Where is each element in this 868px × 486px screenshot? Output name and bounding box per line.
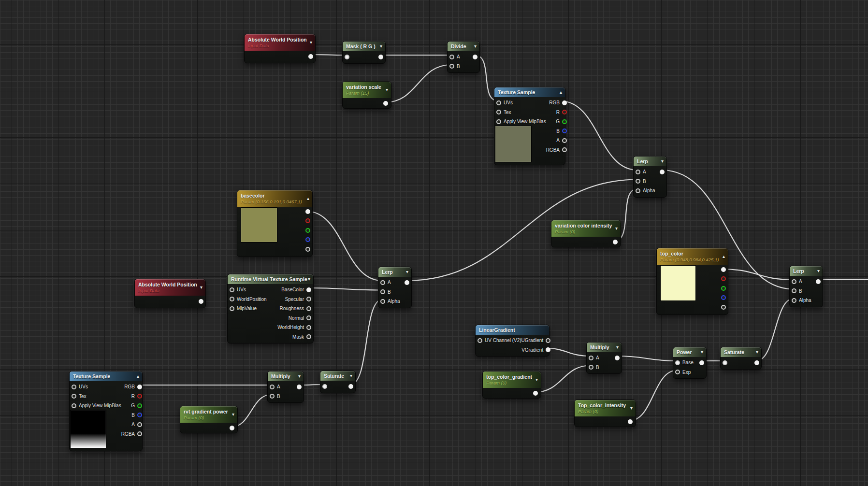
output-pin-B-tex2[interactable]	[137, 413, 142, 417]
node-divide1[interactable]: Divide▾AB	[447, 41, 480, 73]
chevron-down-icon[interactable]: ▾	[756, 350, 758, 355]
output-pin-R-tex1[interactable]	[562, 110, 567, 114]
input-pin-A-mult2[interactable]	[589, 356, 593, 360]
input-pin-B-lerp2[interactable]	[380, 289, 385, 294]
chevron-down-icon[interactable]: ▾	[535, 377, 538, 382]
color-swatch[interactable]	[241, 207, 277, 243]
node-rvt[interactable]: Runtime Virtual Texture Sample▾UVsWorldP…	[227, 274, 314, 343]
chevron-down-icon[interactable]: ▾	[298, 374, 301, 379]
node-header[interactable]: variation color intensityParam (0)▾	[551, 220, 621, 237]
input-pin-A-mult1[interactable]	[270, 385, 275, 389]
node-header[interactable]: Saturate▾	[721, 347, 761, 357]
node-header[interactable]: Runtime Virtual Texture Sample▾	[228, 274, 313, 284]
input-pin-B-lerp1[interactable]	[636, 179, 640, 184]
node-tcg[interactable]: top_color_gradientParam (0)▾	[482, 371, 541, 399]
output-pin-value-sat2[interactable]	[754, 360, 759, 365]
output-pin-value-basecolor[interactable]	[305, 209, 310, 214]
chevron-up-icon[interactable]: ▴	[560, 90, 562, 95]
input-pin-A-lerp1[interactable]	[636, 170, 640, 174]
output-pin-value-mult2[interactable]	[615, 356, 620, 360]
chevron-down-icon[interactable]: ▾	[406, 270, 408, 274]
output-pin-value-basecolor[interactable]	[305, 218, 310, 223]
node-header[interactable]: top_colorParam (0.948,0.984,0.425,1)▴	[657, 248, 728, 265]
chevron-down-icon[interactable]: ▾	[310, 40, 312, 45]
node-header[interactable]: top_color_gradientParam (0)▾	[483, 372, 541, 388]
output-pin-value-lerp3[interactable]	[816, 279, 821, 284]
chevron-down-icon[interactable]: ▾	[200, 285, 203, 290]
output-pin-value-mask1[interactable]	[378, 55, 383, 59]
input-pin-Apply View MipBias-tex2[interactable]	[72, 403, 76, 408]
input-pin-Apply View MipBias-tex1[interactable]	[496, 119, 501, 124]
input-pin-UVs-tex2[interactable]	[72, 385, 76, 389]
node-header[interactable]: variation scaleParam (15)▾	[343, 82, 391, 98]
output-pin-value-lerp1[interactable]	[660, 170, 665, 174]
node-header[interactable]: Top_color_intensityParam (0)▾	[575, 400, 636, 416]
node-header[interactable]: Divide▾	[448, 42, 479, 51]
output-pin-R-tex2[interactable]	[137, 394, 142, 399]
chevron-down-icon[interactable]: ▾	[386, 87, 388, 92]
chevron-up-icon[interactable]: ▴	[723, 254, 725, 259]
node-tex1[interactable]: Texture Sample▴UVsTexApply View MipBiasR…	[494, 87, 565, 165]
output-pin-value-basecolor[interactable]	[305, 228, 310, 233]
chevron-down-icon[interactable]: ▾	[630, 406, 633, 411]
output-pin-A-tex1[interactable]	[562, 138, 567, 143]
node-tci[interactable]: Top_color_intensityParam (0)▾	[574, 400, 636, 427]
node-sat2[interactable]: Saturate▾	[720, 347, 762, 370]
chevron-down-icon[interactable]: ▾	[474, 44, 477, 49]
node-mult1[interactable]: Multiply▾AB	[267, 371, 304, 403]
node-awp1[interactable]: Absolute World PositionInput Data▾	[244, 34, 316, 63]
output-pin-A-tex2[interactable]	[137, 422, 142, 427]
output-pin-value-sat1[interactable]	[348, 384, 353, 389]
node-lerp1[interactable]: Lerp▾ABAlpha	[633, 156, 667, 198]
output-pin-RGBA-tex1[interactable]	[562, 147, 567, 152]
chevron-down-icon[interactable]: ▾	[616, 345, 619, 350]
output-pin-value-basecolor[interactable]	[305, 247, 310, 252]
output-pin-value-topcolor[interactable]	[721, 286, 726, 291]
input-pin-Tex-tex2[interactable]	[72, 394, 76, 399]
input-pin-B-mult2[interactable]	[589, 365, 593, 370]
chevron-down-icon[interactable]: ▾	[308, 277, 310, 282]
node-header[interactable]: Lerp▾	[790, 266, 823, 276]
input-pin-MipValue-rvt[interactable]	[230, 306, 234, 311]
node-topcolor[interactable]: top_colorParam (0.948,0.984,0.425,1)▴	[656, 248, 728, 315]
output-pin-G-tex2[interactable]	[137, 403, 142, 408]
output-pin-value-divide1[interactable]	[473, 55, 477, 59]
input-pin-Alpha-lerp1[interactable]	[636, 188, 640, 193]
input-pin-A-lerp3[interactable]	[792, 279, 796, 284]
output-pin-value-topcolor[interactable]	[721, 295, 726, 300]
output-pin-value-basecolor[interactable]	[305, 237, 310, 242]
input-pin-value-sat1[interactable]	[322, 384, 327, 389]
input-pin-Base-power[interactable]	[675, 360, 680, 365]
input-pin-WorldPosition-rvt[interactable]	[230, 297, 234, 301]
output-pin-UGradient-lingrad[interactable]	[546, 338, 550, 343]
output-pin-value-topcolor[interactable]	[721, 267, 726, 272]
node-lerp3[interactable]: Lerp▾ABAlpha	[789, 266, 823, 307]
node-header[interactable]: Absolute World PositionInput Data▾	[245, 34, 315, 51]
output-pin-value-awp2[interactable]	[199, 299, 203, 304]
node-header[interactable]: Texture Sample▴	[70, 372, 142, 381]
input-pin-Tex-tex1[interactable]	[496, 110, 501, 114]
output-pin-value-varcolint[interactable]	[613, 240, 618, 244]
node-power[interactable]: Power▾BaseExp	[673, 347, 707, 379]
chevron-down-icon[interactable]: ▾	[615, 226, 618, 231]
input-pin-B-lerp3[interactable]	[792, 288, 796, 293]
node-lerp2[interactable]: Lerp▾ABAlpha	[378, 267, 412, 308]
input-pin-Alpha-lerp2[interactable]	[380, 299, 385, 304]
input-pin-Exp-power[interactable]	[675, 370, 680, 374]
input-pin-value-sat2[interactable]	[723, 360, 727, 365]
input-pin-B-mult1[interactable]	[270, 394, 275, 399]
node-basecolor[interactable]: basecolorParam (0.156,0.191,0.0467,1)▴	[237, 190, 313, 257]
output-pin-value-topcolor[interactable]	[721, 276, 726, 281]
input-pin-UVs-rvt[interactable]	[230, 287, 234, 292]
output-pin-value-tcg[interactable]	[533, 391, 538, 396]
output-pin-value-rgp[interactable]	[230, 426, 234, 430]
chevron-down-icon[interactable]: ▾	[350, 373, 352, 378]
chevron-up-icon[interactable]: ▴	[137, 374, 139, 379]
output-pin-G-tex1[interactable]	[562, 119, 567, 124]
output-pin-RGBA-tex2[interactable]	[137, 431, 142, 436]
color-swatch[interactable]	[660, 265, 696, 301]
input-pin-value-mask1[interactable]	[345, 55, 349, 59]
output-pin-value-mult1[interactable]	[297, 385, 302, 389]
node-header[interactable]: Texture Sample▴	[494, 87, 565, 97]
output-pin-Normal-rvt[interactable]	[306, 315, 311, 320]
